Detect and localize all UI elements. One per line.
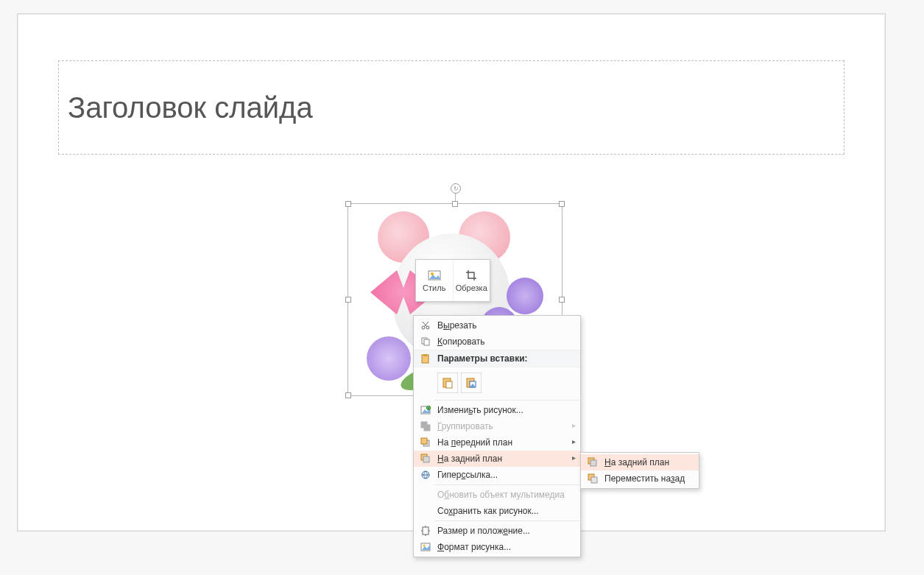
menu-cut[interactable]: Вырезать: [414, 317, 580, 334]
size-position-icon: [418, 524, 433, 537]
menu-copy[interactable]: Копировать: [414, 334, 580, 350]
paste-option-keep-formatting[interactable]: [437, 373, 458, 393]
menu-group: Группировать: [414, 418, 580, 434]
menu-paste-options-label: Параметры вставки:: [437, 353, 567, 364]
svg-rect-5: [424, 339, 429, 345]
menu-update-media-label: Обновить объект мультимедиа: [437, 490, 567, 500]
blank-icon: [418, 488, 433, 501]
copy-icon: [418, 335, 433, 348]
submenu-send-back-all-label: На задний план: [604, 457, 685, 468]
paste-options-row: [414, 367, 580, 398]
svg-rect-9: [446, 381, 452, 388]
context-menu: Вырезать Копировать Параметры вставки:: [413, 315, 581, 557]
send-back-icon: [585, 456, 600, 469]
paste-option-as-picture[interactable]: [461, 373, 482, 393]
separator: [434, 521, 579, 521]
submenu-send-backward-label: Переместить назад: [604, 473, 685, 484]
svg-rect-15: [424, 425, 430, 431]
send-backward-icon: [585, 472, 600, 485]
style-label: Стиль: [423, 283, 445, 292]
svg-rect-27: [591, 477, 597, 483]
svg-point-23: [423, 545, 426, 547]
style-button[interactable]: Стиль: [416, 260, 453, 301]
menu-send-back[interactable]: На задний план: [414, 451, 580, 467]
crop-button[interactable]: Обрезка: [453, 260, 490, 301]
cut-icon: [418, 319, 433, 332]
menu-format-picture-label: Формат рисунка...: [437, 542, 567, 552]
separator: [434, 484, 579, 485]
menu-size-position-label: Размер и положение...: [437, 526, 567, 536]
menu-hyperlink[interactable]: Гиперссылка...: [414, 467, 580, 483]
menu-change-picture[interactable]: Измениьть рисунок...: [414, 402, 580, 418]
menu-format-picture[interactable]: Формат рисунка...: [414, 539, 580, 555]
menu-save-as-picture-label: Сохранить как рисунок...: [437, 506, 567, 516]
separator: [434, 400, 579, 401]
mini-toolbar: Стиль Обрезка: [415, 259, 490, 302]
rotate-handle[interactable]: ↻: [451, 183, 461, 194]
submenu-send-back-all[interactable]: На задний план: [581, 454, 699, 470]
svg-rect-7: [423, 354, 427, 356]
menu-send-back-label: На задний план: [437, 454, 567, 464]
menu-bring-front[interactable]: На передний план: [414, 434, 580, 451]
bring-front-icon: [418, 436, 433, 449]
resize-handle-sw[interactable]: [345, 392, 351, 398]
blank-icon: [418, 504, 433, 518]
resize-handle-n[interactable]: [452, 201, 458, 207]
svg-rect-25: [590, 460, 596, 466]
svg-rect-21: [423, 527, 429, 535]
hyperlink-icon: [418, 468, 433, 481]
send-back-icon: [418, 452, 433, 465]
resize-handle-e[interactable]: [559, 297, 565, 303]
title-placeholder-text: Заголовок слайда: [68, 91, 313, 124]
group-icon: [418, 420, 433, 433]
style-icon: [428, 269, 441, 282]
svg-point-1: [431, 272, 434, 275]
menu-save-as-picture[interactable]: Сохранить как рисунок...: [414, 503, 580, 519]
menu-paste-options-header: Параметры вставки:: [414, 350, 580, 367]
resize-handle-ne[interactable]: [559, 201, 565, 207]
change-picture-icon: [418, 403, 433, 417]
menu-change-picture-label: Измениьть рисунок...: [437, 405, 567, 415]
svg-rect-17: [421, 438, 427, 444]
paste-icon: [418, 352, 433, 365]
crop-icon: [465, 269, 478, 282]
menu-bring-front-label: На передний план: [437, 437, 567, 448]
menu-cut-label: Вырезать: [437, 320, 567, 331]
menu-hyperlink-label: Гиперссылка...: [437, 470, 567, 480]
menu-group-label: Группировать: [437, 421, 567, 431]
menu-copy-label: Копировать: [437, 336, 567, 347]
crop-label: Обрезка: [456, 283, 487, 292]
format-picture-icon: [418, 540, 433, 554]
title-placeholder[interactable]: Заголовок слайда: [58, 60, 844, 155]
resize-handle-nw[interactable]: [345, 201, 351, 207]
svg-rect-19: [423, 456, 429, 462]
resize-handle-w[interactable]: [345, 297, 351, 303]
menu-size-position[interactable]: Размер и положение...: [414, 523, 580, 539]
submenu-send-back: На задний план Переместить назад: [580, 452, 699, 489]
submenu-send-backward[interactable]: Переместить назад: [581, 470, 699, 487]
menu-update-media: Обновить объект мультимедиа: [414, 487, 580, 503]
